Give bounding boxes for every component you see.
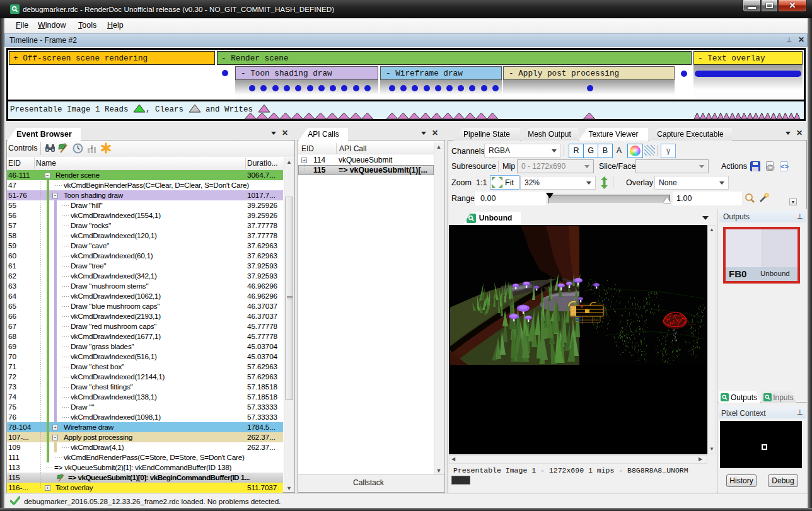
svg-text:<>: <>: [780, 163, 789, 171]
